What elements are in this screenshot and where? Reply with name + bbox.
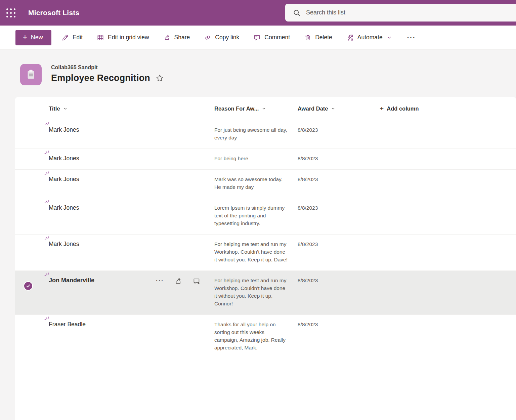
new-item-sparkle-icon bbox=[44, 200, 49, 205]
page-title: Employee Recognition bbox=[51, 73, 150, 83]
site-breadcrumb: Collab365 Sandpit bbox=[51, 65, 164, 71]
table-row[interactable]: Mark Jones ··· Lorem Ipsum is simply dum… bbox=[15, 198, 516, 234]
list-tile-icon bbox=[20, 64, 42, 85]
pencil-icon bbox=[61, 34, 69, 41]
row-select-cell bbox=[15, 235, 49, 270]
plus-icon: + bbox=[23, 35, 27, 40]
edit-button[interactable]: Edit bbox=[61, 34, 83, 41]
comment-button[interactable]: Comment bbox=[253, 34, 290, 41]
new-item-sparkle-icon bbox=[44, 171, 49, 176]
search-box[interactable] bbox=[285, 4, 516, 22]
row-award-date: 8/8/2023 bbox=[298, 315, 380, 359]
row-more-icon[interactable]: ··· bbox=[156, 278, 164, 285]
row-award-date: 8/8/2023 bbox=[298, 149, 380, 169]
new-item-sparkle-icon bbox=[44, 122, 49, 127]
row-reason: Mark was so awesome today. He made my da… bbox=[214, 170, 289, 198]
table-body: Mark Jones ··· For just being awesome al… bbox=[15, 120, 516, 359]
table-header-row: Title Reason For Aw... Award Date + Add … bbox=[15, 97, 516, 120]
list-table: Title Reason For Aw... Award Date + Add … bbox=[15, 97, 516, 420]
copy-link-button[interactable]: Copy link bbox=[204, 34, 239, 41]
plus-icon: + bbox=[380, 104, 384, 113]
row-select-cell bbox=[15, 315, 49, 359]
row-title: Mark Jones bbox=[49, 175, 79, 183]
new-item-sparkle-icon bbox=[44, 236, 49, 241]
row-share-icon[interactable] bbox=[174, 277, 182, 285]
table-row[interactable]: Mark Jones ··· For being here 8/8/2023 bbox=[15, 149, 516, 169]
row-title: Fraser Beadle bbox=[49, 321, 86, 328]
row-add-comment-icon[interactable] bbox=[192, 277, 201, 285]
row-reason: For just being awesome all day, every da… bbox=[214, 120, 289, 149]
row-award-date: 8/8/2023 bbox=[298, 235, 380, 270]
table-row[interactable]: Jon Manderville ··· For helping me test … bbox=[15, 270, 516, 314]
chevron-down-icon bbox=[331, 107, 335, 111]
comment-icon bbox=[253, 34, 261, 41]
row-reason: Lorem Ipsum is simply dummy text of the … bbox=[214, 198, 289, 234]
row-award-date: 8/8/2023 bbox=[298, 271, 380, 314]
row-select-cell bbox=[15, 271, 49, 314]
row-title: Mark Jones bbox=[49, 204, 79, 212]
new-button[interactable]: + New bbox=[15, 30, 51, 45]
command-bar: + New Edit Edit in grid view bbox=[0, 26, 516, 50]
search-input[interactable] bbox=[306, 9, 474, 16]
row-reason: For helping me test and run my Workshop.… bbox=[214, 271, 289, 314]
table-row[interactable]: Fraser Beadle ··· Thanks for all your he… bbox=[15, 314, 516, 359]
chevron-down-icon bbox=[262, 107, 266, 111]
row-title: Mark Jones bbox=[49, 155, 79, 162]
add-column-button[interactable]: + Add column bbox=[380, 104, 516, 113]
more-commands-button[interactable]: ··· bbox=[407, 34, 416, 41]
share-icon bbox=[163, 34, 171, 41]
list-header: Collab365 Sandpit Employee Recognition bbox=[0, 50, 516, 85]
table-row[interactable]: Mark Jones ··· For just being awesome al… bbox=[15, 120, 516, 149]
column-header-title[interactable]: Title bbox=[49, 106, 214, 112]
row-reason: Thanks for all your help on sorting out … bbox=[214, 315, 289, 359]
row-select-cell bbox=[15, 170, 49, 198]
row-award-date: 8/8/2023 bbox=[298, 120, 380, 149]
selected-check-icon[interactable] bbox=[24, 281, 33, 291]
new-item-sparkle-icon bbox=[44, 272, 49, 278]
edit-in-grid-view-button[interactable]: Edit in grid view bbox=[97, 34, 149, 41]
row-actions: ··· bbox=[156, 277, 201, 285]
row-select-cell bbox=[15, 198, 49, 234]
link-icon bbox=[204, 34, 211, 41]
row-award-date: 8/8/2023 bbox=[298, 198, 380, 234]
row-award-date: 8/8/2023 bbox=[298, 170, 380, 198]
row-select-cell bbox=[15, 120, 49, 149]
row-title: Mark Jones bbox=[49, 126, 79, 134]
column-header-reason[interactable]: Reason For Aw... bbox=[214, 106, 298, 112]
trash-icon bbox=[304, 34, 311, 41]
grid-icon bbox=[97, 34, 104, 41]
row-title: Mark Jones bbox=[49, 240, 79, 248]
new-item-sparkle-icon bbox=[44, 151, 49, 156]
search-icon bbox=[293, 9, 301, 17]
row-select-cell bbox=[15, 149, 49, 169]
share-button[interactable]: Share bbox=[163, 34, 190, 41]
delete-button[interactable]: Delete bbox=[304, 34, 332, 41]
app-bar: Microsoft Lists bbox=[0, 0, 516, 26]
app-launcher-waffle-icon[interactable] bbox=[6, 8, 15, 17]
table-row[interactable]: Mark Jones ··· Mark was so awesome today… bbox=[15, 169, 516, 198]
automate-icon bbox=[346, 34, 354, 41]
column-header-award-date[interactable]: Award Date bbox=[298, 106, 380, 112]
row-reason: For being here bbox=[214, 149, 289, 169]
table-row[interactable]: Mark Jones ··· For helping me test and r… bbox=[15, 234, 516, 270]
favorite-star-icon[interactable] bbox=[156, 74, 164, 82]
automate-button[interactable]: Automate bbox=[346, 34, 392, 41]
row-title: Jon Manderville bbox=[49, 277, 94, 284]
chevron-down-icon bbox=[63, 107, 68, 111]
chevron-down-icon bbox=[387, 35, 392, 40]
new-item-sparkle-icon bbox=[44, 317, 49, 322]
row-reason: For helping me test and run my Workshop.… bbox=[214, 235, 289, 270]
app-title: Microsoft Lists bbox=[28, 9, 79, 17]
